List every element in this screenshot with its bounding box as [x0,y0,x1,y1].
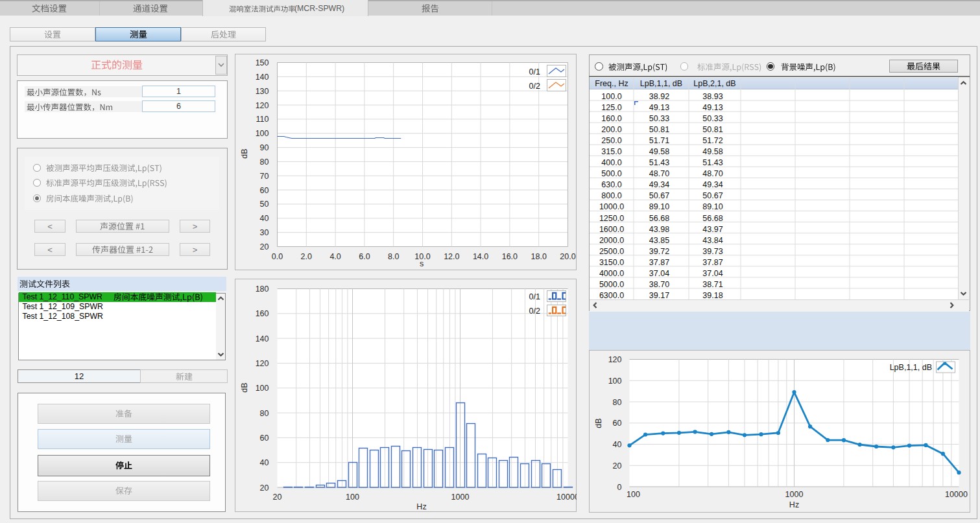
svg-text:20: 20 [613,461,622,471]
svg-text:Hz: Hz [789,500,799,509]
svg-text:60: 60 [613,419,622,428]
svg-text:1000: 1000 [785,490,804,499]
svg-text:100: 100 [608,377,622,386]
svg-text:LpB,1,1, dB: LpB,1,1, dB [890,363,932,372]
svg-text:100: 100 [627,490,640,499]
svg-text:dB: dB [594,418,603,428]
svg-text:10000: 10000 [945,490,968,499]
svg-text:120: 120 [608,355,622,364]
svg-text:0: 0 [617,483,622,492]
svg-text:80: 80 [613,398,622,407]
svg-text:40: 40 [613,440,622,449]
